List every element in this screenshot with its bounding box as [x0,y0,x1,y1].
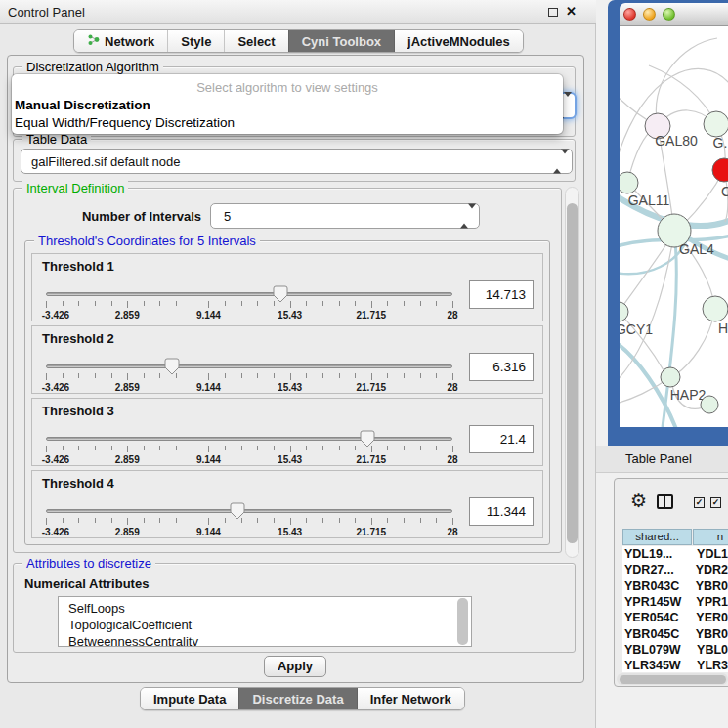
network-node[interactable] [704,111,728,137]
slider-track[interactable] [46,437,452,441]
table-row[interactable]: YBR045CYBR0 [622,625,728,641]
table-data-group-label: Table Data [22,132,91,147]
cell-name: YBR0 [691,579,728,593]
threshold-1-box: Threshold 1-3.4262.8599.14415.4321.71528… [31,253,543,321]
slider-track[interactable] [46,509,452,513]
columns-icon[interactable] [657,494,673,509]
tab-impute-data[interactable]: Impute Data [141,688,238,709]
attribute-list-item[interactable]: BetweennessCentrality [68,633,471,647]
tab-style[interactable]: Style [167,30,224,52]
network-node-label: GCY1 [620,321,653,337]
network-node-label: H [718,321,728,336]
interval-definition-label: Interval Definition [22,181,128,195]
slider-thumb[interactable] [360,430,375,448]
network-node-label: GAL4 [679,241,714,257]
tab-infer-network[interactable]: Infer Network [357,688,464,709]
close-traffic-light-icon[interactable] [623,8,636,21]
table-row[interactable]: YDR27...YDR2 [622,562,728,578]
close-icon[interactable]: ✕ [566,4,577,19]
network-node[interactable] [620,302,628,321]
table-data-combobox[interactable]: galFiltered.sif default node [21,149,573,174]
table-row[interactable]: YBL079WYBL0 [622,642,728,658]
threshold-value-field[interactable]: 21.4 [469,425,534,453]
tab-label: Style [181,34,211,49]
tab-label: Impute Data [153,692,226,707]
apply-button[interactable]: Apply [264,656,326,677]
tab-label: Discretize Data [252,692,343,707]
checkbox-icon[interactable]: ✓ [710,497,721,508]
minimize-traffic-light-icon[interactable] [643,8,656,21]
checkbox-icon[interactable]: ✓ [694,497,705,508]
slider-ticks [46,373,452,381]
tab-network[interactable]: Network [74,30,167,52]
tab-label: Cyni Toolbox [302,34,381,49]
slider-thumb[interactable] [164,358,180,375]
threshold-slider[interactable]: -3.4262.8599.14415.4321.71528 [46,285,452,321]
numerical-attributes-label: Numerical Attributes [24,577,149,591]
cell-shared-name: YLR345W [622,659,692,672]
network-node[interactable] [703,296,728,321]
column-header-shared-name[interactable]: shared... [622,529,692,545]
threshold-slider[interactable]: -3.4262.8599.14415.4321.71528 [46,430,452,465]
network-node-label: C [721,184,728,199]
threshold-slider[interactable]: -3.4262.8599.14415.4321.71528 [46,502,452,537]
combo-arrows-icon[interactable] [460,209,469,224]
settings-scrollbar-thumb[interactable] [567,203,578,543]
network-node-label: GAL80 [655,133,698,149]
network-node[interactable] [620,172,638,193]
network-node[interactable] [661,367,680,387]
network-node[interactable] [701,396,718,413]
tab-cyni-toolbox[interactable]: Cyni Toolbox [288,30,394,52]
tab-jactivemnodules[interactable]: jActiveMNodules [394,30,523,52]
network-canvas[interactable]: GAL80G.CGAL11GAL4GCY1HHAP2 [620,26,728,427]
toolbox-tabs: NetworkStyleSelectCyni ToolboxjActiveMNo… [73,29,524,53]
number-of-intervals-combobox[interactable]: 5 [210,203,480,229]
number-of-intervals-value: 5 [224,204,231,229]
threshold-value-field[interactable]: 6.316 [469,353,534,381]
table-data-value: galFiltered.sif default node [31,150,180,174]
tab-label: jActiveMNodules [407,34,510,49]
tab-label: Infer Network [370,692,451,707]
threshold-label: Threshold 4 [42,476,114,491]
table-row[interactable]: YBR043CYBR0 [622,578,728,594]
network-node-label: G. [713,135,728,150]
table-row[interactable]: YPR145WYPR1 [622,594,728,610]
cell-name: YLR3 [692,659,728,672]
dropdown-option-manual[interactable]: Manual Discretization [15,98,150,112]
cell-name: YDL1 [692,547,728,561]
slider-track[interactable] [46,292,452,296]
dropdown-placeholder-item: Select algorithm to view settings [12,80,563,95]
attribute-list-item[interactable]: SelfLoops [68,600,471,617]
zoom-traffic-light-icon[interactable] [663,8,675,21]
dropdown-option-equal-width[interactable]: Equal Width/Frequency Discretization [15,115,235,130]
tab-label: Network [105,34,154,49]
slider-ticks [46,518,452,526]
cyni-mode-tabs: Impute DataDiscretize DataInfer Network [140,687,465,710]
threshold-value-field[interactable]: 14.713 [469,280,534,309]
threshold-value-field[interactable]: 11.344 [469,497,534,526]
cell-shared-name: YDR27... [622,563,691,577]
slider-thumb[interactable] [230,502,245,520]
slider-thumb[interactable] [273,285,288,303]
thresholds-group: Threshold's Coordinates for 5 Intervals … [24,240,550,545]
attributes-scrollbar-thumb[interactable] [457,598,468,645]
attribute-list-item[interactable]: TopologicalCoefficient [68,617,471,633]
threshold-label: Threshold 1 [42,259,114,274]
tab-discretize-data[interactable]: Discretize Data [238,688,356,709]
slider-track[interactable] [46,364,452,368]
threshold-slider[interactable]: -3.4262.8599.14415.4321.71528 [46,358,452,393]
numerical-attributes-list[interactable]: SelfLoopsTopologicalCoefficientBetweenne… [58,596,472,647]
float-window-icon[interactable] [548,8,558,17]
table-row[interactable]: YER054CYER0 [622,610,728,625]
cell-shared-name: YPR145W [622,595,691,609]
table-row[interactable]: YDL19...YDL1 [622,546,728,562]
threshold-4-box: Threshold 4-3.4262.8599.14415.4321.71528… [31,470,543,538]
tab-select[interactable]: Select [224,30,287,52]
network-node[interactable] [712,158,728,182]
column-header-name[interactable]: n [693,529,728,545]
combo-arrows-icon[interactable] [553,154,562,169]
gear-icon[interactable]: ⚙ [630,490,647,512]
table-row[interactable]: YLR345WYLR3 [622,658,728,672]
table-hscrollbar-thumb[interactable] [620,675,726,684]
algorithm-group-label: Discretization Algorithm [22,60,163,74]
